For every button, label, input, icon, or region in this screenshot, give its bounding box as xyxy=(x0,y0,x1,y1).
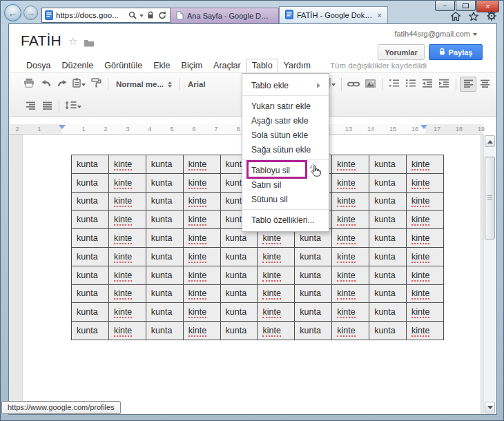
insert-image-button[interactable] xyxy=(362,77,378,92)
table-cell[interactable]: kinte xyxy=(108,155,146,174)
table-cell[interactable]: kunta xyxy=(146,173,183,192)
menubar-item-yardım[interactable]: Yardım xyxy=(278,59,316,72)
table-cell[interactable]: kinte xyxy=(108,229,146,248)
minimize-button[interactable]: – xyxy=(435,1,455,11)
scrollbar-thumb[interactable] xyxy=(485,157,495,239)
table-cell[interactable]: kunta xyxy=(146,322,183,340)
account-menu[interactable]: fatih44srg@gmail.com xyxy=(394,30,477,38)
table-cell[interactable]: kinte xyxy=(258,303,295,322)
search-icon[interactable] xyxy=(128,9,137,21)
back-button[interactable]: ← xyxy=(4,4,21,21)
table-cell[interactable]: kunta xyxy=(72,266,109,284)
table-cell[interactable]: kunta xyxy=(146,229,183,248)
table-cell[interactable]: kinte xyxy=(332,229,369,248)
table-cell[interactable]: kinte xyxy=(407,155,444,174)
menu-item-tabloyu-sil[interactable]: Tabloyu sil xyxy=(242,163,329,177)
table-cell[interactable]: kinte xyxy=(332,192,369,210)
table-cell[interactable]: kunta xyxy=(369,284,407,303)
address-dropdown-icon[interactable] xyxy=(139,14,144,19)
align-right-button[interactable] xyxy=(22,99,39,114)
table-cell[interactable]: kinte xyxy=(183,284,220,303)
table-cell[interactable]: kinte xyxy=(332,266,369,284)
table-cell[interactable]: kunta xyxy=(146,284,183,303)
insert-link-button[interactable] xyxy=(345,77,362,92)
table-cell[interactable]: kinte xyxy=(407,210,444,229)
table-cell[interactable]: kunta xyxy=(295,284,332,303)
paint-roller-button[interactable] xyxy=(88,77,104,92)
folder-icon[interactable] xyxy=(84,37,95,50)
menu-item-s-tunu-sil[interactable]: Sütunu sil xyxy=(242,192,329,206)
indent-button[interactable] xyxy=(436,77,452,92)
url-text[interactable]: https://docs.goo... xyxy=(56,11,126,19)
table-cell[interactable]: kinte xyxy=(108,303,146,322)
table-cell[interactable]: kinte xyxy=(332,303,369,322)
vertical-scrollbar[interactable] xyxy=(483,135,495,414)
table-cell[interactable]: kunta xyxy=(220,247,258,266)
table-cell[interactable]: kinte xyxy=(258,322,295,340)
refresh-icon[interactable] xyxy=(157,9,167,21)
table-cell[interactable]: kunta xyxy=(369,210,407,229)
table-cell[interactable]: kunta xyxy=(295,266,332,284)
table-cell[interactable]: kinte xyxy=(183,247,220,266)
table-cell[interactable]: kunta xyxy=(369,247,407,266)
table-cell[interactable]: kunta xyxy=(72,229,109,248)
table-cell[interactable]: kinte xyxy=(407,173,444,192)
table-cell[interactable]: kunta xyxy=(295,303,332,322)
table-cell[interactable]: kunta xyxy=(72,155,109,174)
table-cell[interactable]: kinte xyxy=(183,173,220,192)
table-cell[interactable]: kunta xyxy=(146,210,183,229)
home-icon[interactable] xyxy=(451,11,461,23)
table-cell[interactable]: kinte xyxy=(407,284,444,303)
menu-item-yukar-sat-r-ekle[interactable]: Yukarı satır ekle xyxy=(242,99,329,113)
table-cell[interactable]: kunta xyxy=(72,303,109,322)
menubar-item-ekle[interactable]: Ekle xyxy=(148,59,175,72)
table-cell[interactable]: kunta xyxy=(72,247,109,266)
menubar-item-düzenle[interactable]: Düzenle xyxy=(56,59,99,72)
table-cell[interactable]: kinte xyxy=(108,173,146,192)
indent-marker-left[interactable] xyxy=(59,125,66,133)
table-cell[interactable]: kinte xyxy=(108,284,146,303)
table-cell[interactable]: kunta xyxy=(295,247,332,266)
table-cell[interactable]: kinte xyxy=(108,322,146,340)
table-cell[interactable]: kunta xyxy=(72,210,109,229)
table-cell[interactable]: kinte xyxy=(407,322,444,340)
document-title[interactable]: FATİH xyxy=(21,32,61,49)
line-spacing-button[interactable] xyxy=(63,99,84,114)
table-cell[interactable]: kunta xyxy=(369,155,407,174)
menu-item-sola-s-tun-ekle[interactable]: Sola sütun ekle xyxy=(242,128,329,142)
table-cell[interactable]: kinte xyxy=(183,266,220,284)
indent-marker-right[interactable] xyxy=(420,125,427,133)
table-cell[interactable]: kinte xyxy=(183,322,220,340)
tools-gear-icon[interactable] xyxy=(487,11,496,23)
browser-tab[interactable]: Ana Sayfa - Google Dokümanlar xyxy=(170,8,279,23)
table-cell[interactable]: kunta xyxy=(146,192,183,210)
maximize-button[interactable] xyxy=(456,1,476,11)
table-cell[interactable]: kinte xyxy=(108,192,146,210)
table-cell[interactable]: kunta xyxy=(72,192,109,210)
font-dropdown[interactable]: Arial xyxy=(184,77,210,92)
table-cell[interactable]: kinte xyxy=(332,322,369,340)
table-cell[interactable]: kinte xyxy=(183,155,220,174)
table-cell[interactable]: kunta xyxy=(369,229,407,248)
table-cell[interactable]: kinte xyxy=(407,192,444,210)
bullet-list-button[interactable] xyxy=(403,77,419,92)
table-cell[interactable]: kinte xyxy=(332,173,369,192)
menubar-item-araçlar[interactable]: Araçlar xyxy=(208,59,246,72)
table-cell[interactable]: kinte xyxy=(332,247,369,266)
table-cell[interactable]: kunta xyxy=(220,322,258,340)
table-cell[interactable]: kinte xyxy=(258,247,295,266)
table-cell[interactable]: kinte xyxy=(407,229,444,248)
table-cell[interactable]: kunta xyxy=(146,247,183,266)
menu-item-sat-r-sil[interactable]: Satırı sil xyxy=(242,177,329,192)
paint-format-button[interactable] xyxy=(70,77,88,92)
align-center-button[interactable] xyxy=(476,77,493,92)
forward-button[interactable]: → xyxy=(23,6,38,20)
table-cell[interactable]: kinte xyxy=(407,303,444,322)
table-cell[interactable]: kunta xyxy=(369,303,407,322)
redo-button[interactable] xyxy=(54,77,70,92)
scroll-up-button[interactable] xyxy=(485,135,495,147)
table-cell[interactable]: kinte xyxy=(183,303,220,322)
favorites-star-icon[interactable] xyxy=(469,11,478,23)
table-cell[interactable]: kunta xyxy=(369,322,407,340)
table-cell[interactable]: kinte xyxy=(258,266,295,284)
